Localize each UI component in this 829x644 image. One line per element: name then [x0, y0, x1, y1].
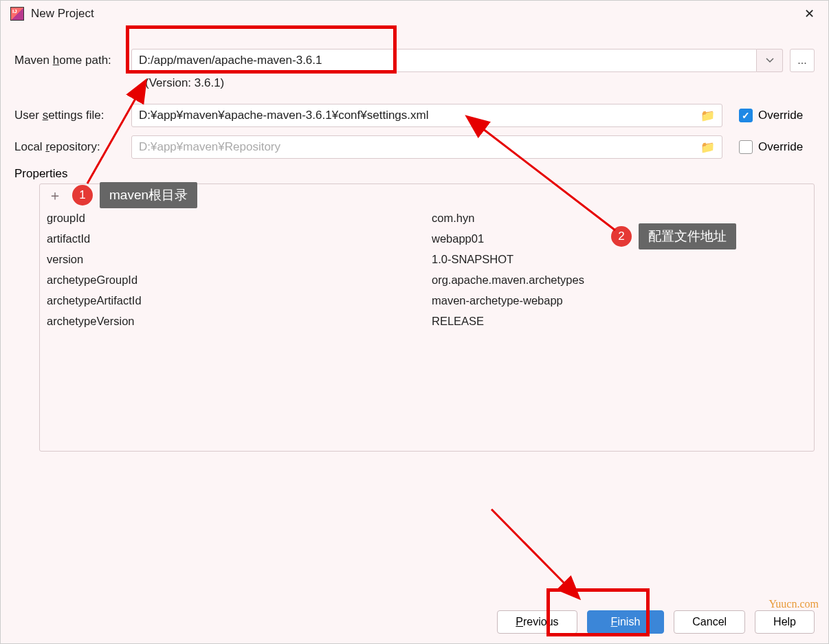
table-row[interactable]: archetypeVersionRELEASE: [40, 311, 814, 331]
prop-key: archetypeArtifactId: [47, 294, 432, 307]
properties-panel: ＋ − ✎ groupIdcom.hynartifactIdwebapp01ve…: [39, 184, 815, 452]
maven-home-dropdown[interactable]: [757, 49, 783, 72]
cancel-button[interactable]: Cancel: [674, 610, 745, 634]
local-repo-input[interactable]: D:¥app¥maven¥Repository 📁: [131, 135, 722, 159]
prop-key: artifactId: [47, 232, 432, 245]
prop-value: com.hyn: [432, 212, 474, 225]
watermark-text: Yuucn.com: [769, 598, 819, 610]
folder-icon[interactable]: 📁: [700, 109, 715, 123]
prop-value: RELEASE: [432, 315, 484, 328]
maven-home-input[interactable]: [131, 49, 757, 72]
table-row[interactable]: groupIdcom.hyn: [40, 208, 814, 228]
table-row[interactable]: version1.0-SNAPSHOT: [40, 249, 814, 269]
app-icon: [10, 7, 24, 21]
maven-home-browse-button[interactable]: ...: [790, 49, 815, 72]
override-settings-checkbox[interactable]: [739, 109, 753, 122]
close-icon[interactable]: ✕: [800, 3, 819, 24]
local-repo-label: Local repository:: [14, 140, 131, 154]
remove-icon[interactable]: −: [73, 188, 87, 203]
user-settings-input[interactable]: D:¥app¥maven¥apache-maven-3.6.1¥conf¥set…: [131, 104, 722, 127]
help-button[interactable]: Help: [755, 610, 815, 634]
window-title: New Project: [31, 7, 94, 21]
previous-button[interactable]: Previous: [497, 610, 577, 634]
prop-value: 1.0-SNAPSHOT: [432, 253, 513, 266]
maven-version-text: (Version: 3.6.1): [145, 76, 815, 90]
chevron-down-icon: [766, 58, 774, 63]
maven-home-label: Maven home path:: [14, 54, 131, 67]
prop-value: org.apache.maven.archetypes: [432, 274, 584, 287]
add-icon[interactable]: ＋: [48, 186, 62, 205]
dialog-window: New Project ✕ Maven home path: ... (Vers…: [0, 0, 829, 644]
footer-buttons: Previous Finish Cancel Help: [497, 610, 815, 634]
override-repo-label: Override: [758, 140, 803, 154]
properties-toolbar: ＋ − ✎: [40, 184, 814, 208]
override-repo-checkbox[interactable]: [739, 140, 753, 154]
prop-key: archetypeGroupId: [47, 274, 432, 287]
properties-table[interactable]: groupIdcom.hynartifactIdwebapp01version1…: [40, 208, 814, 331]
properties-label: Properties: [14, 167, 815, 181]
prop-value: maven-archetype-webapp: [432, 294, 563, 307]
override-settings-label: Override: [758, 109, 803, 122]
finish-button[interactable]: Finish: [587, 610, 665, 634]
prop-key: archetypeVersion: [47, 315, 432, 328]
table-row[interactable]: archetypeGroupIdorg.apache.maven.archety…: [40, 269, 814, 290]
prop-key: version: [47, 253, 432, 266]
titlebar: New Project ✕: [1, 1, 828, 27]
table-row[interactable]: artifactIdwebapp01: [40, 228, 814, 249]
table-row[interactable]: archetypeArtifactIdmaven-archetype-webap…: [40, 290, 814, 311]
svg-line-2: [491, 509, 578, 597]
prop-value: webapp01: [432, 232, 484, 245]
user-settings-label: User settings file:: [14, 109, 131, 122]
edit-icon[interactable]: ✎: [98, 188, 111, 204]
prop-key: groupId: [47, 212, 432, 225]
folder-icon[interactable]: 📁: [700, 140, 715, 155]
